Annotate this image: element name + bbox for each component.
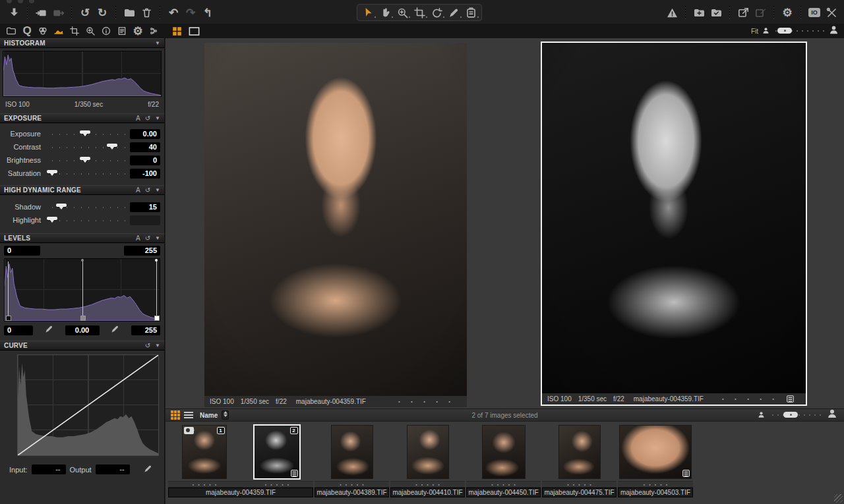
multi-view-icon[interactable] bbox=[168, 23, 185, 39]
thumbnail-size-slider[interactable] bbox=[770, 412, 822, 418]
photo-bw[interactable] bbox=[542, 43, 806, 393]
levels-shadow-handle[interactable] bbox=[8, 259, 9, 321]
levels-midtone-handle[interactable] bbox=[82, 259, 83, 321]
exposure-panel-header[interactable]: EXPOSURE A ↺ ▼ bbox=[0, 113, 164, 123]
preferences-icon[interactable]: ⚙ bbox=[779, 5, 796, 20]
tools-icon[interactable] bbox=[823, 5, 840, 20]
viewer-image-color[interactable]: ISO 100 1/350 sec f/22 majabeauty-004359… bbox=[204, 43, 467, 407]
new-folder-icon[interactable] bbox=[690, 5, 708, 20]
levels-shadow-top-field[interactable]: 0 bbox=[4, 246, 40, 256]
collapse-icon[interactable]: ▼ bbox=[155, 188, 160, 193]
proof-note-icon[interactable] bbox=[787, 395, 794, 403]
output-tab-icon[interactable] bbox=[146, 24, 162, 38]
export-recipe-icon[interactable] bbox=[752, 5, 769, 20]
io-panel-icon[interactable]: IO bbox=[806, 5, 823, 20]
details-tab-icon[interactable] bbox=[82, 24, 98, 38]
select-folder-icon[interactable] bbox=[708, 5, 725, 20]
rating-dots[interactable]: • • • • • bbox=[398, 399, 455, 405]
undo-icon[interactable]: ↶ bbox=[165, 5, 182, 20]
adjustments-tab-icon[interactable]: ⚙ bbox=[130, 24, 146, 38]
warnings-icon[interactable] bbox=[663, 5, 680, 20]
thumbnail-filename[interactable]: majabeauty-004503.TIF bbox=[618, 488, 693, 497]
levels-highlight-handle[interactable] bbox=[156, 259, 157, 321]
photo-color[interactable] bbox=[204, 43, 467, 396]
exposure-value-field[interactable]: 0.00 bbox=[130, 129, 160, 139]
eyedropper-tool-icon[interactable] bbox=[445, 5, 462, 20]
contrast-value-field[interactable]: 40 bbox=[130, 142, 160, 152]
import-images-icon[interactable] bbox=[5, 5, 22, 20]
adjustments-clipboard-tool-icon[interactable] bbox=[462, 5, 479, 20]
thumbnail-filename[interactable]: majabeauty-004450.TIF bbox=[466, 488, 541, 497]
viewer-image-bw-selected[interactable]: ISO 100 1/350 sec f/22 majabeauty-004359… bbox=[541, 42, 807, 406]
contrast-slider[interactable] bbox=[49, 143, 126, 151]
hdr-panel-header[interactable]: HIGH DYNAMIC RANGE A ↺ ▼ bbox=[0, 185, 164, 195]
shadow-slider[interactable] bbox=[49, 203, 126, 211]
rating-dots[interactable]: ••••• bbox=[189, 482, 220, 487]
contrast-slider-thumb[interactable] bbox=[107, 144, 117, 147]
reset-adjustments-icon[interactable]: ↰ bbox=[199, 5, 216, 20]
curve-picker-icon[interactable] bbox=[143, 464, 153, 475]
crop-tool-icon[interactable] bbox=[411, 5, 428, 20]
brightness-slider[interactable] bbox=[49, 156, 126, 164]
saturation-value-field[interactable]: -100 bbox=[130, 169, 160, 179]
brightness-value-field[interactable]: 0 bbox=[130, 155, 160, 165]
rating-dots[interactable]: ••••• bbox=[640, 482, 671, 487]
rating-dots[interactable]: • • • • • bbox=[722, 396, 779, 402]
collapse-icon[interactable]: ▼ bbox=[155, 41, 160, 46]
pan-tool-icon[interactable] bbox=[377, 5, 394, 20]
shadow-picker-icon[interactable] bbox=[44, 324, 54, 337]
thumbnail[interactable] bbox=[483, 426, 525, 478]
levels-graph[interactable] bbox=[4, 258, 160, 322]
rating-dots[interactable]: ••••• bbox=[563, 482, 595, 487]
thumb-size-large-icon[interactable] bbox=[827, 408, 837, 422]
auto-adjust-icon[interactable]: A bbox=[136, 235, 140, 242]
thumbnail-filename[interactable]: majabeauty-004410.TIF bbox=[390, 488, 465, 497]
levels-gamma-field[interactable]: 0.00 bbox=[65, 325, 100, 335]
curve-output-field[interactable]: -- bbox=[96, 464, 130, 474]
zoom-in-icon[interactable] bbox=[829, 25, 839, 38]
thumbnail[interactable] bbox=[407, 426, 448, 478]
import-catalog-icon[interactable] bbox=[49, 5, 67, 20]
thumbnail-filename[interactable]: majabeauty-004475.TIF bbox=[542, 488, 617, 497]
rating-dots[interactable]: ••••• bbox=[336, 482, 367, 487]
thumbnail-filename[interactable]: majabeauty-004389.TIF bbox=[315, 488, 389, 497]
histogram-panel-header[interactable]: HISTOGRAM ▼ bbox=[0, 38, 164, 48]
shadow-slider-thumb[interactable] bbox=[56, 204, 67, 207]
thumbnail[interactable] bbox=[559, 426, 600, 478]
color-tab-icon[interactable] bbox=[35, 24, 51, 38]
local-reset-icon[interactable]: ↺ bbox=[145, 115, 150, 122]
saturation-slider[interactable] bbox=[49, 169, 126, 177]
curve-input-field[interactable]: -- bbox=[32, 464, 66, 474]
levels-highlight-field[interactable]: 255 bbox=[131, 325, 160, 335]
thumbnail[interactable] bbox=[332, 426, 373, 478]
window-resize-grip[interactable] bbox=[834, 494, 843, 503]
highlight-picker-icon[interactable] bbox=[110, 324, 120, 337]
local-reset-icon[interactable]: ↺ bbox=[145, 343, 150, 349]
metadata-tab-icon[interactable] bbox=[114, 24, 130, 38]
primary-view-icon[interactable] bbox=[185, 23, 202, 39]
levels-panel-header[interactable]: LEVELS A ↺ ▼ bbox=[0, 233, 164, 243]
local-reset-icon[interactable]: ↺ bbox=[145, 235, 150, 242]
thumbnail[interactable]: 1 bbox=[183, 426, 226, 478]
thumbnail-selected[interactable]: 2 bbox=[255, 426, 299, 478]
viewer-zoom-slider[interactable] bbox=[773, 28, 825, 34]
highlight-value-field[interactable] bbox=[130, 215, 160, 225]
auto-adjust-icon[interactable]: A bbox=[136, 187, 140, 194]
exposure-tab-icon[interactable] bbox=[51, 24, 67, 38]
import-session-icon[interactable] bbox=[32, 5, 49, 20]
thumbnail-filename[interactable]: majabeauty-004359.TIF bbox=[168, 488, 313, 497]
local-reset-icon[interactable]: ↺ bbox=[145, 187, 150, 194]
auto-adjust-icon[interactable]: A bbox=[136, 115, 140, 122]
rating-dots[interactable]: ••••• bbox=[411, 482, 443, 487]
rotate-right-icon[interactable]: ↻ bbox=[94, 5, 111, 20]
rating-dots[interactable]: ••••• bbox=[261, 482, 293, 487]
collapse-icon[interactable]: ▼ bbox=[155, 236, 160, 241]
quick-tab-icon[interactable]: Q bbox=[19, 24, 35, 38]
info-tab-icon[interactable] bbox=[98, 24, 114, 38]
redo-icon[interactable]: ↷ bbox=[182, 5, 199, 20]
zoom-out-icon[interactable] bbox=[762, 25, 769, 37]
rotate-tool-icon[interactable] bbox=[428, 5, 445, 20]
move-to-folder-icon[interactable] bbox=[121, 5, 138, 20]
shadow-value-field[interactable]: 15 bbox=[130, 202, 160, 212]
curve-graph[interactable] bbox=[17, 354, 159, 456]
